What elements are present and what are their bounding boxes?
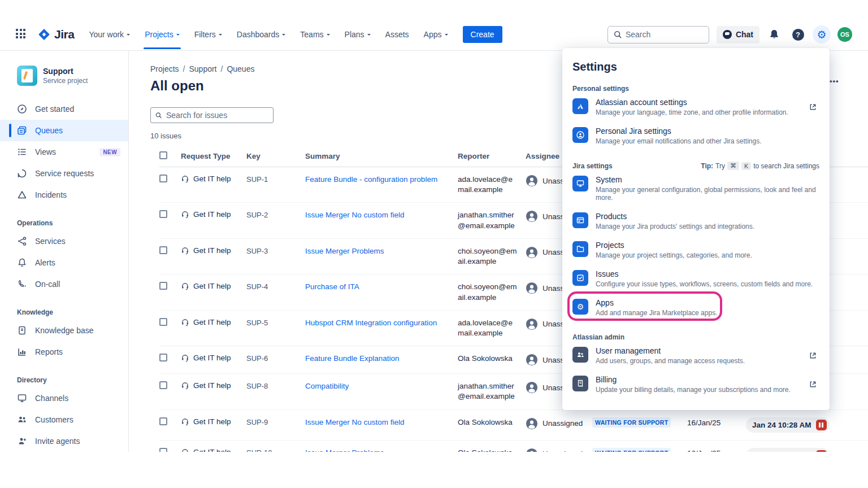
nav-plans[interactable]: Plans — [345, 19, 371, 50]
nav-your-work[interactable]: Your work — [89, 19, 130, 50]
row-checkbox[interactable] — [159, 381, 167, 389]
create-button[interactable]: Create — [463, 26, 502, 43]
status-badge: WAITING FOR SUPPORT — [592, 448, 671, 452]
project-header[interactable]: Support Service project — [0, 66, 128, 88]
issue-summary-link[interactable]: Hubspot CRM Integration configuration — [305, 318, 454, 328]
settings-item-products[interactable]: Products Manage your Jira products' sett… — [572, 207, 819, 236]
speech-bubble-icon — [17, 168, 27, 178]
sidebar-item-oncall[interactable]: On-call — [0, 273, 128, 295]
request-type-label: Get IT help — [193, 417, 231, 426]
issues-icon — [572, 270, 588, 286]
settings-item-issues[interactable]: Issues Configure your issue types, workf… — [572, 264, 819, 293]
sidebar-item-views[interactable]: Views NEW — [0, 141, 128, 163]
global-search[interactable] — [607, 26, 709, 43]
issue-summary-link[interactable]: Issue Merger Problems — [305, 448, 401, 452]
help-button[interactable]: ? — [789, 25, 807, 43]
issue-summary-link[interactable]: Feature Bundle - configuration problem — [305, 175, 454, 185]
compass-icon — [17, 104, 27, 114]
nav-filters[interactable]: Filters — [194, 19, 222, 50]
sidebar-item-alerts[interactable]: Alerts — [0, 252, 128, 273]
chevron-down-icon — [445, 34, 448, 37]
sidebar-item-reports[interactable]: Reports — [0, 341, 128, 363]
row-checkbox[interactable] — [159, 417, 167, 425]
row-checkbox[interactable] — [159, 354, 167, 361]
nav-teams[interactable]: Teams — [300, 19, 329, 50]
external-link-icon — [809, 351, 817, 360]
issue-summary-link[interactable]: Issue Merger No custom field — [305, 417, 422, 428]
settings-item-user-management[interactable]: User management Add users, groups, and m… — [572, 341, 819, 370]
row-checkbox[interactable] — [159, 175, 167, 182]
header-key[interactable]: Key — [246, 152, 305, 160]
row-checkbox[interactable] — [159, 246, 167, 254]
assignee-label: Unassigned — [542, 450, 583, 452]
sidebar-item-invite-agents[interactable]: Invite agents — [0, 430, 128, 452]
more-actions-button[interactable]: ••• — [830, 77, 839, 85]
reporter: choi.soyeon@email.example — [458, 246, 526, 267]
header-request-type[interactable]: Request Type — [181, 152, 246, 160]
assignee-label: Unassigned — [542, 419, 583, 428]
breadcrumb-projects[interactable]: Projects — [150, 64, 179, 73]
external-link-icon — [809, 380, 817, 389]
bell-icon — [769, 29, 780, 40]
select-all-checkbox[interactable] — [159, 151, 167, 159]
nav-apps[interactable]: Apps — [424, 19, 448, 50]
issue-summary-link[interactable]: Issue Merger Problems — [305, 246, 401, 256]
issue-key: SUP-1 — [246, 175, 305, 184]
sidebar-item-knowledge-base[interactable]: Knowledge base — [0, 320, 128, 341]
issue-summary-link[interactable]: Feature Bundle Explanation — [305, 354, 416, 364]
issue-search[interactable] — [150, 107, 274, 123]
app-switcher-icon[interactable] — [16, 29, 27, 40]
reporter: choi.soyeon@email.example — [458, 282, 526, 302]
user-avatar[interactable]: OS — [837, 27, 852, 42]
sidebar-item-customers[interactable]: Customers — [0, 409, 128, 430]
headset-icon — [181, 381, 189, 390]
sidebar-item-services[interactable]: Services — [0, 230, 128, 252]
chevron-down-icon — [367, 34, 371, 37]
system-monitor-icon — [572, 176, 588, 191]
jira-logo[interactable]: Jira — [37, 28, 74, 41]
nav-dashboards[interactable]: Dashboards — [237, 19, 286, 50]
settings-item-atlassian-account[interactable]: Atlassian account settings Manage your l… — [572, 93, 819, 121]
assignee-avatar-icon — [526, 246, 538, 259]
created-date: 16/Jan/25 — [687, 419, 721, 427]
monitor-icon — [17, 393, 27, 403]
settings-item-apps[interactable]: ⚙ Apps Add and manage Jira Marketplace a… — [572, 293, 819, 322]
reporter: Ola Sokolowska — [458, 354, 526, 364]
sla-timer[interactable]: Jan 24 10:30 AM — [746, 448, 830, 452]
issue-key: SUP-3 — [246, 246, 305, 255]
sidebar-item-incidents[interactable]: Incidents — [0, 184, 128, 206]
sidebar-item-channels[interactable]: Channels — [0, 387, 128, 409]
row-checkbox[interactable] — [159, 210, 167, 218]
settings-item-personal-jira[interactable]: Personal Jira settings Manage your email… — [572, 121, 819, 150]
header-summary[interactable]: Summary — [305, 152, 458, 160]
chevron-down-icon — [327, 34, 330, 37]
sla-timer[interactable]: Jan 24 10:28 AM — [746, 417, 830, 433]
reporter: ada.lovelace@email.example — [458, 175, 526, 195]
assignee-avatar-icon — [526, 417, 538, 430]
sidebar-item-service-requests[interactable]: Service requests — [0, 163, 128, 184]
nav-assets[interactable]: Assets — [385, 19, 409, 50]
chat-button[interactable]: Chat — [717, 26, 760, 43]
issue-summary-link[interactable]: Issue Merger No custom field — [305, 210, 422, 220]
settings-button[interactable]: ⚙ — [813, 25, 831, 43]
notifications-button[interactable] — [765, 25, 783, 43]
row-checkbox[interactable] — [159, 448, 167, 452]
sidebar-item-get-started[interactable]: Get started — [0, 98, 128, 120]
row-checkbox[interactable] — [159, 282, 167, 290]
issue-summary-link[interactable]: Purchase of ITA — [305, 282, 376, 292]
settings-item-projects[interactable]: Projects Manage your project settings, c… — [572, 236, 819, 264]
breadcrumb-queues[interactable]: Queues — [227, 64, 254, 73]
row-checkbox[interactable] — [159, 318, 167, 326]
breadcrumb-support[interactable]: Support — [189, 64, 216, 73]
issue-summary-link[interactable]: Compatibility — [305, 381, 366, 391]
header-reporter[interactable]: Reporter — [458, 152, 526, 160]
section-knowledge: Knowledge — [0, 308, 128, 320]
settings-item-billing[interactable]: Billing Update your billing details, man… — [572, 370, 819, 399]
nav-projects[interactable]: Projects — [145, 19, 180, 50]
sidebar-item-queues[interactable]: Queues — [0, 120, 128, 141]
global-search-input[interactable] — [626, 30, 693, 39]
project-type: Service project — [43, 77, 88, 85]
headset-icon — [181, 448, 189, 452]
settings-item-system[interactable]: System Manage your general configuration… — [572, 170, 819, 207]
issue-search-input[interactable] — [166, 111, 268, 120]
